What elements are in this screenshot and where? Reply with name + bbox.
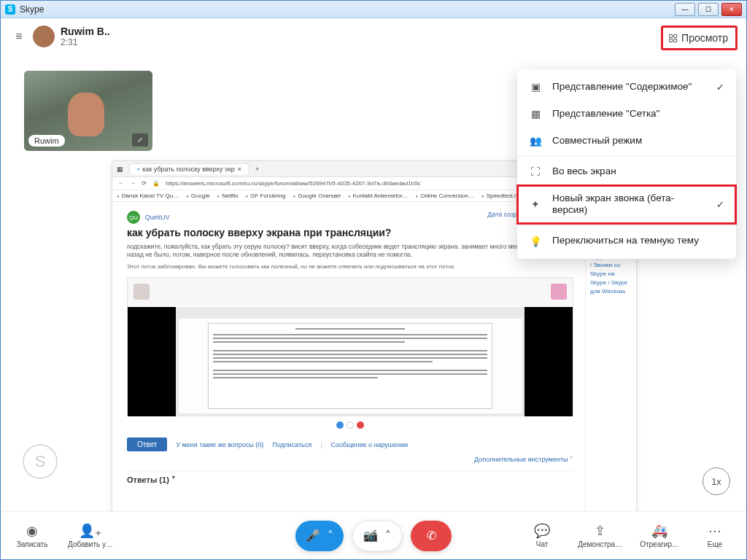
view-together-item[interactable]: 👥 Совместный режим [517, 128, 736, 155]
record-icon: ◉ [26, 523, 38, 539]
grid-view-icon: ▦ [529, 108, 542, 120]
back-icon[interactable]: ← [118, 180, 124, 187]
view-new-call-screen-item[interactable]: ✦ Новый экран звонка (бета-версия) ✓ [517, 185, 736, 225]
skype-logo-icon: S [23, 444, 58, 479]
contact-name: Ruwim B.. [61, 26, 110, 37]
more-tools[interactable]: Дополнительные инструменты ˅ [127, 456, 573, 463]
new-tab-icon[interactable]: + [255, 166, 259, 173]
forward-icon[interactable]: → [130, 180, 136, 187]
camera-off-icon: 📷 [363, 529, 378, 542]
speed-badge[interactable]: 1x [703, 467, 730, 495]
add-user-icon: 👤₊ [79, 523, 102, 539]
avatar [33, 26, 55, 47]
chat-button[interactable]: 💬 Чат [524, 523, 560, 548]
window-title: Skype [20, 4, 675, 15]
view-content-item[interactable]: ▣ Представление "Содержимое" ✓ [517, 74, 736, 101]
close-button[interactable]: ✕ [721, 3, 742, 16]
view-button[interactable]: Просмотр [661, 26, 738, 50]
fullscreen-icon: ⛶ [529, 166, 542, 177]
camera-button[interactable]: 📷 ˄ [352, 521, 402, 551]
view-dark-theme-item[interactable]: 💡 Переключиться на темную тему [517, 228, 736, 254]
tab-list-icon[interactable]: ▦ [117, 166, 123, 173]
chevron-up-icon[interactable]: ˄ [385, 529, 391, 542]
call-header: ≡ Ruwim B.. 2:31 Просмотр [1, 18, 746, 55]
view-fullscreen-item[interactable]: ⛶ Во весь экран [517, 158, 736, 185]
lightbulb-icon: 💡 [529, 236, 542, 247]
question-sub: Этот поток заблокирован. Вы можете голос… [127, 263, 573, 270]
skype-app-icon: S [5, 4, 15, 15]
add-participant-button[interactable]: 👤₊ Добавить у… [68, 523, 113, 548]
participant-video[interactable]: Ruwim ⤢ [24, 71, 152, 151]
lock-icon: 🔒 [152, 180, 160, 187]
screenshot-image [127, 277, 573, 416]
author-name[interactable]: QuiritUV [145, 214, 170, 221]
expand-icon[interactable]: ⤢ [132, 133, 148, 147]
author-badge: QU [127, 211, 140, 224]
answer-button[interactable]: Ответ [127, 438, 167, 451]
question-desc: подскажите, пожалуйста, как убрать эту с… [127, 243, 573, 259]
same-question-link[interactable]: У меня такие же вопросы (0) [176, 441, 263, 448]
subscribe-link[interactable]: Подписаться [272, 441, 311, 448]
chevron-up-icon[interactable]: ˄ [328, 529, 333, 542]
react-button[interactable]: 🚑 Отреагир… [640, 523, 679, 548]
together-icon: 👥 [529, 135, 542, 147]
phone-icon: ✆ [427, 529, 436, 542]
wand-icon: ✦ [529, 198, 542, 210]
view-grid-item[interactable]: ▦ Представление "Сетка" [517, 101, 736, 128]
hangup-button[interactable]: ✆ [411, 521, 452, 551]
check-icon: ✓ [716, 82, 724, 93]
view-label: Просмотр [681, 32, 728, 44]
share-icon: ⇪ [595, 523, 605, 539]
chat-icon: 💬 [534, 523, 550, 539]
content-view-icon: ▣ [529, 81, 542, 93]
participant-name: Ruwim [28, 135, 65, 147]
menu-icon[interactable]: ≡ [11, 30, 27, 43]
check-icon: ✓ [716, 199, 724, 210]
window-titlebar: S Skype — ☐ ✕ [1, 1, 746, 18]
call-duration: 2:31 [61, 37, 110, 47]
report-link[interactable]: Сообщение о нарушении [330, 441, 408, 448]
question-title: как убрать полоску вверху экрана при тра… [127, 227, 573, 238]
record-button[interactable]: ◉ Записать [14, 523, 50, 548]
refresh-icon[interactable]: ⟳ [142, 180, 147, 187]
grid-icon [669, 34, 677, 42]
mic-icon: 🎤 [306, 529, 320, 542]
more-button[interactable]: ⋯ Еще [697, 523, 733, 548]
react-icon: 🚑 [651, 523, 667, 539]
browser-tab[interactable]: ▪ как убрать полоску вверху экр × [129, 163, 249, 174]
share-button[interactable]: ⇪ Демонстра… [578, 523, 622, 548]
more-icon: ⋯ [708, 523, 721, 539]
maximize-button[interactable]: ☐ [698, 3, 719, 16]
answers-header[interactable]: Ответы (1) ˅ [127, 470, 573, 485]
view-menu: ▣ Представление "Содержимое" ✓ ▦ Предста… [517, 69, 736, 259]
minimize-button[interactable]: — [675, 3, 695, 16]
mic-button[interactable]: 🎤 ˄ [295, 521, 344, 551]
call-footer: ◉ Записать 👤₊ Добавить у… 🎤 ˄ 📷 ˄ [1, 511, 746, 559]
